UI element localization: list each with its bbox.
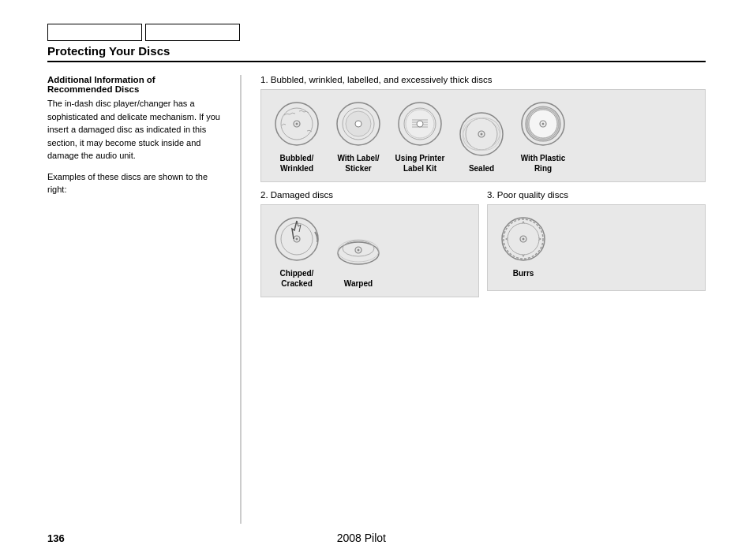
svg-point-23 <box>481 133 483 136</box>
disc-label-icon <box>334 99 383 148</box>
section3-title: 3. Poor quality discs <box>487 190 706 200</box>
disc-box-2: Chipped/Cracked <box>260 204 479 297</box>
disc-bubbled-label: Bubbled/Wrinkled <box>280 153 314 174</box>
svg-point-19 <box>417 121 423 127</box>
disc-item-label: With Label/Sticker <box>331 99 386 174</box>
disc-row-2: Chipped/Cracked <box>269 215 470 289</box>
svg-point-37 <box>343 241 374 256</box>
disc-item-warped: Warped <box>331 225 386 289</box>
svg-point-44 <box>523 238 525 241</box>
section2-title: 2. Damaged discs <box>260 190 479 200</box>
divider <box>240 75 242 524</box>
disc-item-sealed: Sealed <box>454 110 509 174</box>
disc-printer-icon <box>395 99 444 148</box>
nav-tab-2[interactable] <box>145 24 240 41</box>
disc-label-label: With Label/Sticker <box>337 153 379 174</box>
page: Protecting Your Discs Additional Informa… <box>0 0 753 560</box>
disc-sealed-label: Sealed <box>469 163 494 174</box>
page-title: Protecting Your Discs <box>47 44 706 62</box>
svg-point-3 <box>296 123 298 125</box>
right-column: 1. Bubbled, wrinkled, labelled, and exce… <box>260 75 706 524</box>
disc-ring-icon <box>519 99 568 148</box>
disc-item-printer: Using PrinterLabel Kit <box>392 99 448 174</box>
disc-warped-icon <box>334 225 383 274</box>
sections-2-3: 2. Damaged discs <box>260 190 706 305</box>
disc-box-3: Burrs <box>487 204 706 291</box>
disc-row-3: Burrs <box>496 215 697 278</box>
left-body-1: The in-dash disc player/changer has a so… <box>47 97 221 162</box>
page-footer: 136 2008 Pilot <box>47 532 706 544</box>
svg-point-9 <box>355 121 362 127</box>
disc-item-chipped: Chipped/Cracked <box>269 215 324 289</box>
section3: 3. Poor quality discs <box>487 190 706 305</box>
section1-title: 1. Bubbled, wrinkled, labelled, and exce… <box>260 75 706 84</box>
disc-sealed-icon <box>457 110 506 159</box>
disc-row-1: Bubbled/Wrinkled With L <box>269 99 697 174</box>
disc-item-ring: With PlasticRing <box>515 99 571 174</box>
left-column: Additional Information of Recommended Di… <box>47 75 221 524</box>
disc-bubbled-icon <box>272 99 321 148</box>
section2: 2. Damaged discs <box>260 190 479 305</box>
disc-box-1: Bubbled/Wrinkled With L <box>260 89 706 182</box>
footer-center-text: 2008 Pilot <box>65 532 658 544</box>
nav-tabs <box>47 24 706 41</box>
svg-point-31 <box>542 123 545 125</box>
disc-ring-label: With PlasticRing <box>521 153 566 174</box>
content-area: Additional Information of Recommended Di… <box>47 75 706 524</box>
disc-item-bubbled: Bubbled/Wrinkled <box>269 99 324 174</box>
disc-warped-label: Warped <box>344 278 373 289</box>
disc-burrs-icon <box>499 215 548 263</box>
disc-chipped-label: Chipped/Cracked <box>280 268 314 289</box>
disc-burrs-label: Burrs <box>513 268 534 278</box>
svg-point-35 <box>296 238 298 241</box>
disc-printer-label: Using PrinterLabel Kit <box>395 153 445 174</box>
svg-point-40 <box>358 249 360 252</box>
left-body-2: Examples of these discs are shown to the… <box>47 170 221 196</box>
left-heading: Additional Information of Recommended Di… <box>47 75 221 94</box>
page-number: 136 <box>47 532 65 544</box>
disc-item-burrs: Burrs <box>496 215 551 278</box>
nav-tab-1[interactable] <box>47 24 142 41</box>
disc-chipped-icon <box>272 215 321 263</box>
